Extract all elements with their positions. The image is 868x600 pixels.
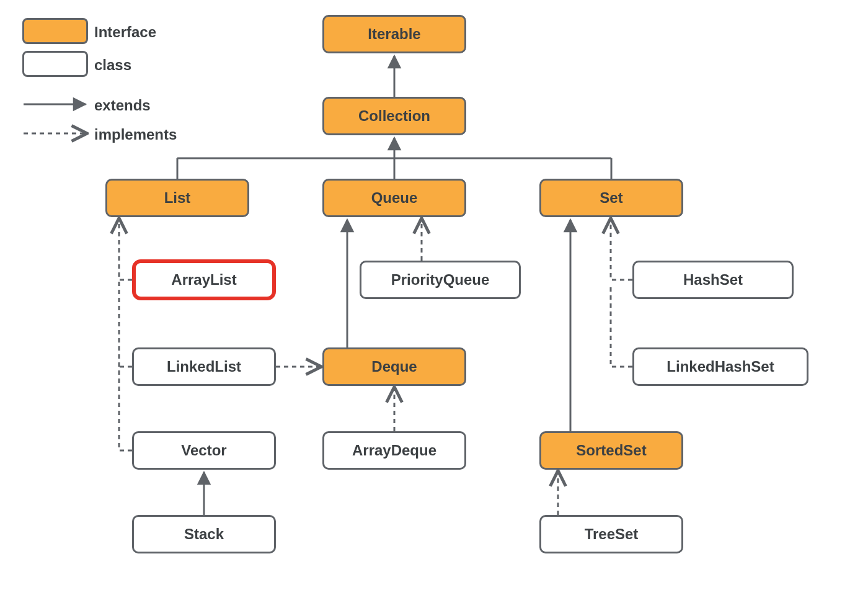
legend-class-swatch bbox=[22, 51, 88, 77]
node-linkedhashset: LinkedHashSet bbox=[632, 347, 808, 386]
node-arraylist: ArrayList bbox=[132, 259, 276, 300]
legend-extends-label: extends bbox=[94, 97, 151, 114]
node-collection: Collection bbox=[322, 97, 466, 135]
node-sortedset: SortedSet bbox=[539, 431, 683, 470]
node-set: Set bbox=[539, 179, 683, 217]
node-treeset: TreeSet bbox=[539, 515, 683, 553]
node-vector: Vector bbox=[132, 431, 276, 470]
node-stack: Stack bbox=[132, 515, 276, 553]
node-iterable: Iterable bbox=[322, 15, 466, 53]
node-linkedlist: LinkedList bbox=[132, 347, 276, 386]
legend-class-label: class bbox=[94, 56, 131, 74]
legend-implements-label: implements bbox=[94, 126, 177, 143]
legend-interface-swatch bbox=[22, 18, 88, 44]
diagram-edges bbox=[0, 0, 868, 600]
node-hashset: HashSet bbox=[632, 261, 794, 299]
node-arraydeque: ArrayDeque bbox=[322, 431, 466, 470]
node-priorityqueue: PriorityQueue bbox=[360, 261, 521, 299]
legend-interface-label: Interface bbox=[94, 24, 156, 41]
node-list: List bbox=[105, 179, 249, 217]
node-deque: Deque bbox=[322, 347, 466, 386]
node-queue: Queue bbox=[322, 179, 466, 217]
